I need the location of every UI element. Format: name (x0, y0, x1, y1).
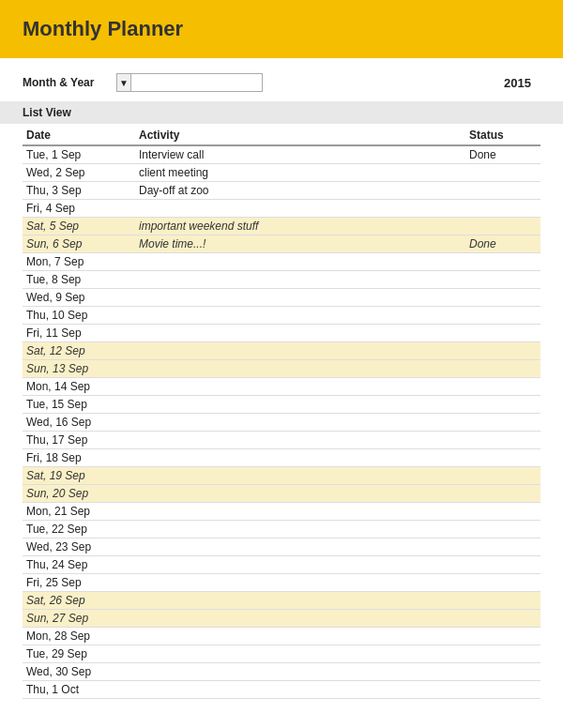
table-row: Tue, 8 Sep (23, 271, 540, 289)
cell-date: Mon, 28 Sep (23, 628, 135, 645)
table-row: Thu, 24 Sep (23, 556, 540, 574)
cell-date: Tue, 15 Sep (23, 396, 135, 414)
cell-activity (135, 253, 465, 271)
month-year-label: Month & Year (23, 76, 116, 89)
table-row: Thu, 17 Sep (23, 432, 540, 449)
cell-activity: Interview call (135, 145, 465, 164)
page-title: Monthly Planner (23, 17, 540, 41)
cell-activity (135, 289, 465, 307)
cell-status (465, 574, 540, 592)
cell-activity (135, 645, 465, 663)
cell-status (465, 396, 540, 414)
cell-status (465, 467, 540, 485)
cell-date: Sun, 6 Sep (23, 235, 135, 253)
cell-date: Thu, 1 Oct (23, 681, 135, 699)
cell-activity (135, 503, 465, 521)
table-row: Fri, 4 Sep (23, 200, 540, 218)
table-row: Mon, 21 Sep (23, 503, 540, 521)
cell-date: Sat, 19 Sep (23, 467, 135, 485)
cell-date: Mon, 14 Sep (23, 378, 135, 396)
cell-activity (135, 485, 465, 503)
cell-status (465, 414, 540, 432)
table-row: Mon, 14 Sep (23, 378, 540, 396)
cell-activity (135, 200, 465, 218)
cell-activity (135, 467, 465, 485)
cell-status: Done (465, 235, 540, 253)
cell-status (465, 200, 540, 218)
cell-status (465, 182, 540, 200)
cell-date: Sat, 26 Sep (23, 592, 135, 610)
cell-activity (135, 360, 465, 378)
table-row: Fri, 25 Sep (23, 574, 540, 592)
cell-date: Fri, 18 Sep (23, 449, 135, 467)
cell-status (465, 663, 540, 681)
cell-status (465, 556, 540, 574)
cell-activity (135, 521, 465, 538)
cell-activity (135, 271, 465, 289)
table-row: Mon, 7 Sep (23, 253, 540, 271)
cell-date: Sat, 12 Sep (23, 342, 135, 360)
cell-status (465, 592, 540, 610)
cell-activity (135, 414, 465, 432)
table-row: Sat, 26 Sep (23, 592, 540, 610)
table-header-row: Date Activity Status (23, 124, 540, 145)
table-row: Tue, 15 Sep (23, 396, 540, 414)
cell-activity (135, 592, 465, 610)
cell-activity (135, 396, 465, 414)
table-row: Thu, 1 Oct (23, 681, 540, 699)
table-row: Mon, 28 Sep (23, 628, 540, 645)
cell-date: Wed, 9 Sep (23, 289, 135, 307)
cell-status (465, 325, 540, 342)
month-year-input-wrapper: ▼ (116, 73, 263, 92)
cell-activity: Movie time...! (135, 235, 465, 253)
cell-activity: client meeting (135, 164, 465, 182)
cell-activity (135, 432, 465, 449)
cell-date: Fri, 11 Sep (23, 325, 135, 342)
cell-date: Mon, 7 Sep (23, 253, 135, 271)
table-row: Wed, 30 Sep (23, 663, 540, 681)
table-row: Wed, 16 Sep (23, 414, 540, 432)
cell-activity (135, 307, 465, 325)
cell-status (465, 218, 540, 235)
cell-status: Done (465, 145, 540, 164)
month-year-input[interactable] (131, 73, 263, 92)
cell-status (465, 538, 540, 556)
year-display: 2015 (504, 76, 540, 90)
cell-date: Tue, 8 Sep (23, 271, 135, 289)
cell-status (465, 681, 540, 699)
cell-activity (135, 663, 465, 681)
cell-date: Sun, 27 Sep (23, 610, 135, 628)
cell-date: Thu, 3 Sep (23, 182, 135, 200)
month-year-arrow-button[interactable]: ▼ (116, 73, 131, 92)
table-row: Wed, 2 Sepclient meeting (23, 164, 540, 182)
list-view-label: List View (0, 101, 563, 124)
table-row: Sun, 20 Sep (23, 485, 540, 503)
cell-activity (135, 449, 465, 467)
cell-date: Fri, 25 Sep (23, 574, 135, 592)
table-row: Tue, 1 SepInterview callDone (23, 145, 540, 164)
cell-status (465, 432, 540, 449)
cell-status (465, 610, 540, 628)
col-header-activity: Activity (135, 124, 465, 145)
cell-date: Mon, 21 Sep (23, 503, 135, 521)
cell-date: Sun, 20 Sep (23, 485, 135, 503)
cell-date: Wed, 30 Sep (23, 663, 135, 681)
cell-status (465, 360, 540, 378)
cell-activity (135, 556, 465, 574)
cell-status (465, 289, 540, 307)
cell-date: Thu, 10 Sep (23, 307, 135, 325)
cell-date: Tue, 29 Sep (23, 645, 135, 663)
cell-activity (135, 342, 465, 360)
table-row: Sat, 12 Sep (23, 342, 540, 360)
cell-date: Thu, 24 Sep (23, 556, 135, 574)
table-row: Sun, 6 SepMovie time...!Done (23, 235, 540, 253)
cell-date: Tue, 22 Sep (23, 521, 135, 538)
cell-status (465, 253, 540, 271)
cell-activity: Day-off at zoo (135, 182, 465, 200)
cell-status (465, 449, 540, 467)
cell-date: Sun, 13 Sep (23, 360, 135, 378)
col-header-date: Date (23, 124, 135, 145)
cell-status (465, 485, 540, 503)
cell-status (465, 645, 540, 663)
cell-date: Thu, 17 Sep (23, 432, 135, 449)
